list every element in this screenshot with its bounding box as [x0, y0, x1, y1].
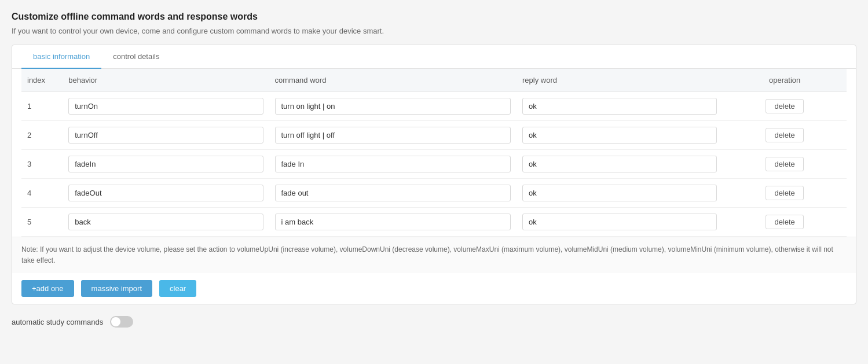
- cell-command-2[interactable]: [269, 121, 517, 150]
- note-text: Note: If you want to adjust the device v…: [21, 245, 833, 264]
- command-input-4[interactable]: [275, 185, 511, 201]
- col-header-index: index: [21, 69, 63, 92]
- delete-button-3[interactable]: delete: [766, 157, 803, 171]
- cell-index-1: 1: [21, 92, 63, 121]
- auto-study-section: automatic study commands: [12, 316, 856, 328]
- tab-basic-information[interactable]: basic information: [21, 45, 101, 69]
- auto-study-toggle[interactable]: [110, 316, 133, 328]
- behavior-input-3[interactable]: [68, 156, 263, 172]
- table-row: 2 delete: [21, 121, 847, 150]
- reply-input-1[interactable]: [522, 98, 717, 115]
- behavior-input-2[interactable]: [68, 127, 263, 144]
- behavior-input-5[interactable]: [68, 214, 263, 230]
- cell-behavior-2[interactable]: [63, 121, 269, 150]
- page-title: Customize offline command words and resp…: [12, 12, 856, 22]
- col-header-behavior: behavior: [63, 69, 269, 92]
- table-container: index behavior command word reply word o…: [12, 69, 856, 237]
- note-section: Note: If you want to adjust the device v…: [12, 237, 856, 273]
- cell-command-5[interactable]: [269, 208, 517, 237]
- cell-operation-5: delete: [723, 208, 847, 237]
- reply-input-5[interactable]: [522, 214, 717, 230]
- table-row: 3 delete: [21, 150, 847, 179]
- command-input-1[interactable]: [275, 98, 511, 115]
- add-one-button[interactable]: +add one: [21, 280, 74, 297]
- table-header-row: index behavior command word reply word o…: [21, 69, 847, 92]
- col-header-command: command word: [269, 69, 517, 92]
- page-subtitle: If you want to control your own device, …: [12, 27, 856, 35]
- command-input-2[interactable]: [275, 127, 511, 144]
- reply-input-2[interactable]: [522, 127, 717, 144]
- behavior-input-4[interactable]: [68, 185, 263, 201]
- cell-command-3[interactable]: [269, 150, 517, 179]
- cell-reply-5[interactable]: [517, 208, 723, 237]
- command-input-5[interactable]: [275, 214, 511, 230]
- delete-button-2[interactable]: delete: [766, 128, 803, 142]
- cell-operation-2: delete: [723, 121, 847, 150]
- col-header-operation: operation: [723, 69, 847, 92]
- cell-behavior-5[interactable]: [63, 208, 269, 237]
- delete-button-1[interactable]: delete: [766, 99, 803, 113]
- tab-control-details[interactable]: control details: [101, 45, 171, 69]
- cell-reply-2[interactable]: [517, 121, 723, 150]
- delete-button-4[interactable]: delete: [766, 186, 803, 200]
- auto-study-label: automatic study commands: [12, 318, 103, 326]
- reply-input-3[interactable]: [522, 156, 717, 172]
- table-row: 5 delete: [21, 208, 847, 237]
- table-row: 1 delete: [21, 92, 847, 121]
- cell-behavior-3[interactable]: [63, 150, 269, 179]
- clear-button[interactable]: clear: [159, 280, 196, 297]
- massive-import-button[interactable]: massive import: [81, 280, 152, 297]
- cell-index-2: 2: [21, 121, 63, 150]
- cell-behavior-4[interactable]: [63, 179, 269, 208]
- command-input-3[interactable]: [275, 156, 511, 172]
- cell-command-4[interactable]: [269, 179, 517, 208]
- behavior-input-1[interactable]: [68, 98, 263, 115]
- commands-table: index behavior command word reply word o…: [21, 69, 847, 237]
- reply-input-4[interactable]: [522, 185, 717, 201]
- cell-command-1[interactable]: [269, 92, 517, 121]
- cell-index-3: 3: [21, 150, 63, 179]
- cell-index-5: 5: [21, 208, 63, 237]
- cell-reply-1[interactable]: [517, 92, 723, 121]
- cell-behavior-1[interactable]: [63, 92, 269, 121]
- cell-reply-3[interactable]: [517, 150, 723, 179]
- action-buttons: +add one massive import clear: [12, 273, 856, 304]
- cell-operation-4: delete: [723, 179, 847, 208]
- main-card: basic information control details index …: [12, 45, 856, 304]
- delete-button-5[interactable]: delete: [766, 215, 803, 229]
- cell-reply-4[interactable]: [517, 179, 723, 208]
- cell-operation-1: delete: [723, 92, 847, 121]
- cell-operation-3: delete: [723, 150, 847, 179]
- cell-index-4: 4: [21, 179, 63, 208]
- table-row: 4 delete: [21, 179, 847, 208]
- col-header-reply: reply word: [517, 69, 723, 92]
- tab-bar: basic information control details: [12, 45, 856, 69]
